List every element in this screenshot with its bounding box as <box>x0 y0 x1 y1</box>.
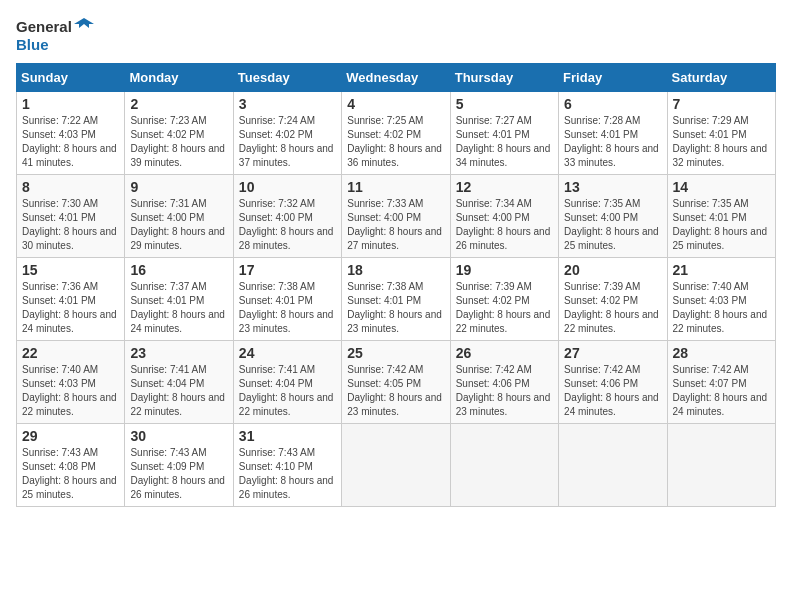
day-number: 24 <box>239 345 336 361</box>
calendar-day-cell: 19Sunrise: 7:39 AMSunset: 4:02 PMDayligh… <box>450 258 558 341</box>
day-number: 18 <box>347 262 444 278</box>
weekday-header-monday: Monday <box>125 64 233 92</box>
calendar-week-row: 8Sunrise: 7:30 AMSunset: 4:01 PMDaylight… <box>17 175 776 258</box>
day-number: 11 <box>347 179 444 195</box>
day-number: 7 <box>673 96 770 112</box>
calendar-week-row: 22Sunrise: 7:40 AMSunset: 4:03 PMDayligh… <box>17 341 776 424</box>
calendar-header-row: SundayMondayTuesdayWednesdayThursdayFrid… <box>17 64 776 92</box>
day-info: Sunrise: 7:29 AMSunset: 4:01 PMDaylight:… <box>673 115 768 168</box>
calendar-day-cell: 21Sunrise: 7:40 AMSunset: 4:03 PMDayligh… <box>667 258 775 341</box>
logo-container: General Blue <box>16 16 94 53</box>
day-number: 26 <box>456 345 553 361</box>
day-number: 21 <box>673 262 770 278</box>
calendar-day-cell: 1Sunrise: 7:22 AMSunset: 4:03 PMDaylight… <box>17 92 125 175</box>
calendar-day-cell <box>342 424 450 507</box>
weekday-header-tuesday: Tuesday <box>233 64 341 92</box>
logo-blue: Blue <box>16 36 49 53</box>
weekday-header-thursday: Thursday <box>450 64 558 92</box>
calendar-day-cell: 6Sunrise: 7:28 AMSunset: 4:01 PMDaylight… <box>559 92 667 175</box>
calendar-day-cell: 9Sunrise: 7:31 AMSunset: 4:00 PMDaylight… <box>125 175 233 258</box>
calendar-week-row: 1Sunrise: 7:22 AMSunset: 4:03 PMDaylight… <box>17 92 776 175</box>
calendar-day-cell: 16Sunrise: 7:37 AMSunset: 4:01 PMDayligh… <box>125 258 233 341</box>
day-info: Sunrise: 7:34 AMSunset: 4:00 PMDaylight:… <box>456 198 551 251</box>
day-info: Sunrise: 7:23 AMSunset: 4:02 PMDaylight:… <box>130 115 225 168</box>
day-number: 19 <box>456 262 553 278</box>
calendar-day-cell: 23Sunrise: 7:41 AMSunset: 4:04 PMDayligh… <box>125 341 233 424</box>
calendar-day-cell: 25Sunrise: 7:42 AMSunset: 4:05 PMDayligh… <box>342 341 450 424</box>
day-info: Sunrise: 7:39 AMSunset: 4:02 PMDaylight:… <box>456 281 551 334</box>
day-number: 1 <box>22 96 119 112</box>
day-number: 2 <box>130 96 227 112</box>
day-info: Sunrise: 7:24 AMSunset: 4:02 PMDaylight:… <box>239 115 334 168</box>
day-info: Sunrise: 7:35 AMSunset: 4:00 PMDaylight:… <box>564 198 659 251</box>
calendar-day-cell: 30Sunrise: 7:43 AMSunset: 4:09 PMDayligh… <box>125 424 233 507</box>
day-info: Sunrise: 7:27 AMSunset: 4:01 PMDaylight:… <box>456 115 551 168</box>
day-info: Sunrise: 7:42 AMSunset: 4:07 PMDaylight:… <box>673 364 768 417</box>
calendar-day-cell: 8Sunrise: 7:30 AMSunset: 4:01 PMDaylight… <box>17 175 125 258</box>
day-info: Sunrise: 7:39 AMSunset: 4:02 PMDaylight:… <box>564 281 659 334</box>
weekday-header-wednesday: Wednesday <box>342 64 450 92</box>
day-info: Sunrise: 7:43 AMSunset: 4:10 PMDaylight:… <box>239 447 334 500</box>
calendar-week-row: 15Sunrise: 7:36 AMSunset: 4:01 PMDayligh… <box>17 258 776 341</box>
calendar-day-cell: 18Sunrise: 7:38 AMSunset: 4:01 PMDayligh… <box>342 258 450 341</box>
calendar-day-cell: 24Sunrise: 7:41 AMSunset: 4:04 PMDayligh… <box>233 341 341 424</box>
calendar-day-cell: 5Sunrise: 7:27 AMSunset: 4:01 PMDaylight… <box>450 92 558 175</box>
calendar-day-cell: 10Sunrise: 7:32 AMSunset: 4:00 PMDayligh… <box>233 175 341 258</box>
page-header: General Blue <box>16 16 776 53</box>
day-number: 27 <box>564 345 661 361</box>
calendar-week-row: 29Sunrise: 7:43 AMSunset: 4:08 PMDayligh… <box>17 424 776 507</box>
day-number: 29 <box>22 428 119 444</box>
day-info: Sunrise: 7:38 AMSunset: 4:01 PMDaylight:… <box>239 281 334 334</box>
weekday-header-saturday: Saturday <box>667 64 775 92</box>
day-number: 16 <box>130 262 227 278</box>
day-info: Sunrise: 7:38 AMSunset: 4:01 PMDaylight:… <box>347 281 442 334</box>
day-info: Sunrise: 7:40 AMSunset: 4:03 PMDaylight:… <box>673 281 768 334</box>
day-info: Sunrise: 7:31 AMSunset: 4:00 PMDaylight:… <box>130 198 225 251</box>
day-number: 17 <box>239 262 336 278</box>
day-info: Sunrise: 7:22 AMSunset: 4:03 PMDaylight:… <box>22 115 117 168</box>
calendar-day-cell: 7Sunrise: 7:29 AMSunset: 4:01 PMDaylight… <box>667 92 775 175</box>
calendar-day-cell: 3Sunrise: 7:24 AMSunset: 4:02 PMDaylight… <box>233 92 341 175</box>
calendar-day-cell: 15Sunrise: 7:36 AMSunset: 4:01 PMDayligh… <box>17 258 125 341</box>
calendar-day-cell: 2Sunrise: 7:23 AMSunset: 4:02 PMDaylight… <box>125 92 233 175</box>
calendar-table: SundayMondayTuesdayWednesdayThursdayFrid… <box>16 63 776 507</box>
day-number: 8 <box>22 179 119 195</box>
day-number: 15 <box>22 262 119 278</box>
calendar-day-cell: 26Sunrise: 7:42 AMSunset: 4:06 PMDayligh… <box>450 341 558 424</box>
day-number: 30 <box>130 428 227 444</box>
day-info: Sunrise: 7:41 AMSunset: 4:04 PMDaylight:… <box>239 364 334 417</box>
day-info: Sunrise: 7:42 AMSunset: 4:05 PMDaylight:… <box>347 364 442 417</box>
day-number: 12 <box>456 179 553 195</box>
day-number: 6 <box>564 96 661 112</box>
calendar-day-cell: 22Sunrise: 7:40 AMSunset: 4:03 PMDayligh… <box>17 341 125 424</box>
day-number: 23 <box>130 345 227 361</box>
day-number: 25 <box>347 345 444 361</box>
calendar-day-cell: 14Sunrise: 7:35 AMSunset: 4:01 PMDayligh… <box>667 175 775 258</box>
calendar-day-cell: 28Sunrise: 7:42 AMSunset: 4:07 PMDayligh… <box>667 341 775 424</box>
day-number: 31 <box>239 428 336 444</box>
day-info: Sunrise: 7:43 AMSunset: 4:08 PMDaylight:… <box>22 447 117 500</box>
day-info: Sunrise: 7:43 AMSunset: 4:09 PMDaylight:… <box>130 447 225 500</box>
day-number: 14 <box>673 179 770 195</box>
day-number: 5 <box>456 96 553 112</box>
calendar-day-cell <box>667 424 775 507</box>
calendar-day-cell <box>559 424 667 507</box>
day-info: Sunrise: 7:40 AMSunset: 4:03 PMDaylight:… <box>22 364 117 417</box>
calendar-day-cell: 29Sunrise: 7:43 AMSunset: 4:08 PMDayligh… <box>17 424 125 507</box>
svg-marker-0 <box>74 18 94 28</box>
day-info: Sunrise: 7:32 AMSunset: 4:00 PMDaylight:… <box>239 198 334 251</box>
day-number: 10 <box>239 179 336 195</box>
calendar-day-cell: 4Sunrise: 7:25 AMSunset: 4:02 PMDaylight… <box>342 92 450 175</box>
day-info: Sunrise: 7:33 AMSunset: 4:00 PMDaylight:… <box>347 198 442 251</box>
logo-bird-icon <box>74 16 94 36</box>
day-info: Sunrise: 7:35 AMSunset: 4:01 PMDaylight:… <box>673 198 768 251</box>
day-info: Sunrise: 7:41 AMSunset: 4:04 PMDaylight:… <box>130 364 225 417</box>
day-info: Sunrise: 7:42 AMSunset: 4:06 PMDaylight:… <box>456 364 551 417</box>
weekday-header-sunday: Sunday <box>17 64 125 92</box>
logo: General Blue <box>16 16 94 53</box>
day-number: 3 <box>239 96 336 112</box>
logo-general: General <box>16 18 72 35</box>
day-info: Sunrise: 7:30 AMSunset: 4:01 PMDaylight:… <box>22 198 117 251</box>
calendar-day-cell: 13Sunrise: 7:35 AMSunset: 4:00 PMDayligh… <box>559 175 667 258</box>
weekday-header-friday: Friday <box>559 64 667 92</box>
